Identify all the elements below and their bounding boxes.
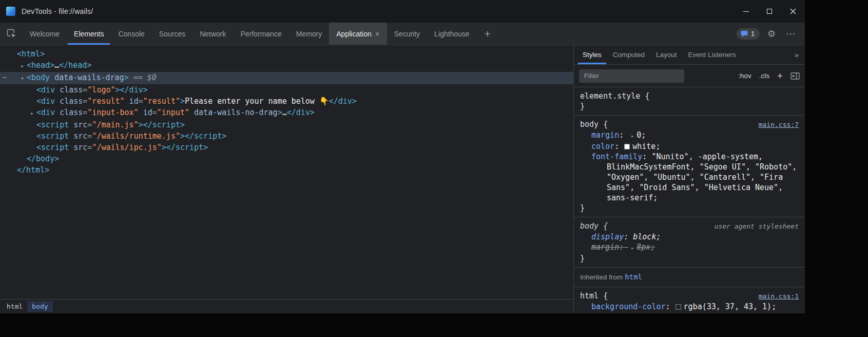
styles-tab-event-listeners[interactable]: Event Listeners <box>683 45 742 64</box>
more-menu-button[interactable]: ⋯ <box>783 26 799 42</box>
add-tab-button[interactable]: + <box>477 23 498 45</box>
new-style-rule-button[interactable]: + <box>777 70 783 82</box>
code-token: </div> <box>287 108 315 117</box>
issues-count: 1 <box>751 30 755 38</box>
css-property-value[interactable]: white <box>632 142 655 151</box>
css-colon: : <box>642 152 651 161</box>
minimize-button[interactable] <box>734 0 758 23</box>
css-selector[interactable]: body { <box>580 119 608 129</box>
tree-row[interactable]: ⋯▾<body data-wails-drag> == $0 <box>0 72 573 84</box>
color-swatch[interactable] <box>676 304 681 310</box>
computed-sidebar-toggle-button[interactable] <box>790 72 800 80</box>
css-selector[interactable]: body { <box>580 221 608 231</box>
inspect-element-button[interactable] <box>0 23 23 45</box>
tree-row[interactable]: <script src="/main.js"></script> <box>0 119 573 130</box>
expand-arrow-icon[interactable]: ▸ <box>28 108 36 119</box>
code-token: data-wails-no-drag <box>189 108 278 117</box>
css-declaration[interactable]: background-color: rgba(33, 37, 43, 1); <box>580 302 799 312</box>
css-declaration[interactable]: display: block; <box>580 232 799 242</box>
css-declaration[interactable]: font-family: "Nunito", -apple-system, Bl… <box>580 152 799 203</box>
code-token: <html> <box>17 49 45 59</box>
tab-label: Security <box>394 30 420 38</box>
css-semicolon: ; <box>653 193 658 202</box>
tabbar-right-controls: 1 ⚙ ⋯ <box>737 23 805 45</box>
css-property-name[interactable]: font-family <box>591 152 642 161</box>
tree-row[interactable]: <script src="/wails/runtime.js"></script… <box>0 130 573 142</box>
code-token: = <box>83 108 87 117</box>
breadcrumb-item-html[interactable]: html <box>2 301 27 312</box>
more-dots-icon: ⋯ <box>786 28 796 40</box>
css-declaration[interactable]: margin: ▸ 8px; <box>580 242 799 253</box>
code-token: "/main.js" <box>92 120 138 129</box>
maximize-button[interactable] <box>758 0 781 23</box>
code-token: <div <box>36 97 55 106</box>
css-property-name[interactable]: color <box>591 142 614 151</box>
styles-tab-styles[interactable]: Styles <box>577 45 607 64</box>
color-swatch[interactable] <box>624 144 630 149</box>
css-property-value[interactable]: 0 <box>636 130 641 140</box>
shorthand-expand-icon[interactable]: ▸ <box>631 243 634 253</box>
tree-row[interactable]: <div class="logo"></div> <box>0 84 573 96</box>
css-property-name[interactable]: margin <box>591 130 619 140</box>
code-token: <script <box>36 120 69 129</box>
css-semicolon: ; <box>641 130 646 140</box>
styles-tab-layout[interactable]: Layout <box>650 45 683 64</box>
tree-row[interactable]: <div class="result" id="result">Please e… <box>0 96 573 107</box>
breadcrumb-item-body[interactable]: body <box>27 301 52 312</box>
css-property-name[interactable]: display <box>591 232 624 241</box>
tab-console[interactable]: Console <box>111 23 151 45</box>
code-token: > <box>278 108 282 117</box>
tab-label: Console <box>118 30 144 38</box>
styles-tab-computed[interactable]: Computed <box>607 45 650 64</box>
tree-row[interactable]: </body> <box>0 153 573 164</box>
expand-arrow-icon[interactable]: ▾ <box>18 73 27 84</box>
expand-arrow-icon[interactable]: ▸ <box>18 61 27 72</box>
css-declaration[interactable]: margin: ▸ 0; <box>580 130 799 141</box>
tab-welcome[interactable]: Welcome <box>23 23 67 45</box>
more-actions-icon[interactable]: ⋯ <box>3 72 7 83</box>
inherited-from-label: Inherited from <box>580 273 623 281</box>
style-rule: body {user agent stylesheetdisplay: bloc… <box>574 217 805 268</box>
settings-button[interactable]: ⚙ <box>764 26 779 42</box>
tree-row[interactable]: </html> <box>0 164 573 176</box>
css-property-value[interactable]: 8px <box>636 242 650 252</box>
tab-lighthouse[interactable]: Lighthouse <box>427 23 477 45</box>
tab-sources[interactable]: Sources <box>152 23 192 45</box>
sidebar-toggle-icon <box>790 72 800 80</box>
css-property-name[interactable]: margin <box>591 242 619 252</box>
tabs-overflow-button[interactable]: » <box>788 45 805 64</box>
titlebar: DevTools - file://wails/ <box>0 0 805 23</box>
tab-elements[interactable]: Elements <box>67 23 111 45</box>
css-property-name[interactable]: background-color <box>591 302 666 311</box>
stylesheet-link[interactable]: main.css:1 <box>754 291 799 302</box>
code-token: src <box>69 120 87 129</box>
css-selector[interactable]: element.style { <box>580 91 649 101</box>
tab-network[interactable]: Network <box>192 23 233 45</box>
tab-application[interactable]: Application× <box>329 23 387 45</box>
stylesheet-origin-label: user agent stylesheet <box>709 221 799 232</box>
css-property-value[interactable]: block <box>633 232 656 241</box>
tab-memory[interactable]: Memory <box>289 23 330 45</box>
shorthand-expand-icon[interactable]: ▸ <box>631 131 634 141</box>
tree-row[interactable]: ▸<head>…</head> <box>0 60 573 72</box>
code-token: "result" <box>143 97 180 106</box>
window-controls <box>734 0 805 23</box>
class-toggle[interactable]: .cls <box>759 72 769 80</box>
inherited-element-link[interactable]: html <box>625 273 642 281</box>
tab-close-icon[interactable]: × <box>375 30 380 38</box>
inherited-from-header: Inherited fromhtml <box>574 268 805 287</box>
tree-row[interactable]: <script src="/wails/ipc.js"></script> <box>0 142 573 153</box>
css-selector[interactable]: html { <box>580 291 608 301</box>
close-button[interactable] <box>781 0 805 23</box>
tab-performance[interactable]: Performance <box>234 23 289 45</box>
tab-security[interactable]: Security <box>387 23 428 45</box>
hover-state-toggle[interactable]: :hov <box>738 72 751 80</box>
css-declaration[interactable]: color: white; <box>580 141 799 152</box>
tree-row[interactable]: <html> <box>0 48 573 60</box>
tree-row[interactable]: ▸<div class="input-box" id="input" data-… <box>0 107 573 119</box>
dom-tree: <html>▸<head>…</head>⋯▾<body data-wails-… <box>0 45 573 299</box>
styles-filter-input[interactable] <box>579 69 684 83</box>
issues-badge[interactable]: 1 <box>737 28 760 40</box>
css-property-value[interactable]: rgba(33, 37, 43, 1) <box>684 302 772 311</box>
stylesheet-link[interactable]: main.css:7 <box>754 120 799 130</box>
